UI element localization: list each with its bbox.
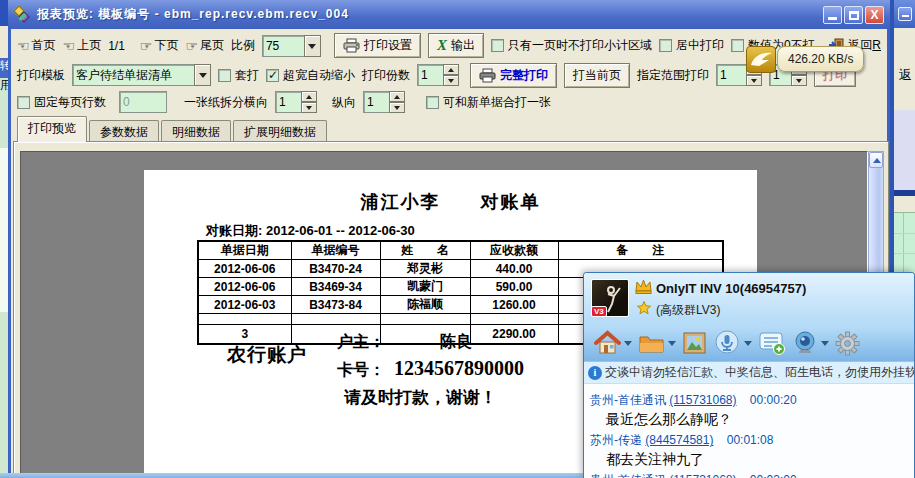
bg-left-text-fragment: 转 — [0, 59, 8, 71]
group-title: OnlyIT INV 10(46954757) — [656, 281, 806, 296]
full-print-button[interactable]: 完整打印 — [470, 63, 557, 88]
checkbox-fixed-rows[interactable]: 固定每页行数 — [17, 94, 106, 111]
close-button[interactable]: X — [865, 6, 884, 24]
message-header: 贵州-首佳通讯 (115731068) 00:00:20 — [590, 392, 915, 409]
range-from-down-button[interactable] — [746, 75, 762, 86]
table-cell: 440.00 — [470, 260, 558, 278]
group-avatar[interactable]: V3 — [591, 279, 629, 317]
print-settings-button[interactable]: 打印设置 — [334, 33, 421, 58]
checkbox-icon[interactable] — [731, 39, 744, 52]
chevron-down-icon — [199, 73, 207, 78]
microphone-icon — [713, 330, 741, 356]
home-button[interactable] — [594, 330, 632, 356]
bg-left-text-fragment2: 用 — [0, 79, 8, 91]
split-vertical-label: 纵向 — [332, 94, 356, 111]
column-header: 姓 名 — [380, 241, 470, 260]
qq-message-list[interactable]: 贵州-首佳通讯 (115731068) 00:00:20 最近怎么那么静呢？ 苏… — [584, 385, 915, 478]
table-cell: 2012-06-06 — [198, 278, 291, 296]
qq-titlebar[interactable]: V3 OnlyIT INV 10(46954757) (高级群LV3) — [584, 273, 915, 325]
bg-right-toolbar-fragment: 返 — [894, 28, 915, 110]
statement-date-range: 对账日期: 2012-06-01 -- 2012-06-30 — [206, 222, 415, 240]
checkbox-overlay-print[interactable]: 套打 — [218, 67, 259, 84]
qq-chat-window[interactable]: V3 OnlyIT INV 10(46954757) (高级群LV3) — [583, 272, 915, 478]
template-dropdown-button[interactable] — [194, 64, 211, 86]
tab-extended-detail-data[interactable]: 扩展明细数据 — [233, 120, 327, 142]
checkbox-icon[interactable] — [659, 39, 672, 52]
scale-dropdown-button[interactable] — [304, 35, 321, 57]
fixed-rows-input[interactable] — [119, 91, 167, 113]
scale-label: 比例 — [231, 37, 255, 54]
settings-button[interactable] — [835, 331, 860, 356]
sender-name: 苏州-传递 — [590, 433, 642, 447]
scroll-up-button[interactable] — [869, 152, 883, 168]
checkbox-center-print[interactable]: 居中打印 — [659, 37, 724, 54]
split-v-up-button[interactable] — [389, 91, 405, 102]
range-from-input[interactable] — [716, 64, 746, 86]
checkbox-icon[interactable] — [218, 69, 231, 82]
checkbox-icon[interactable] — [17, 96, 30, 109]
split-vertical-stepper[interactable] — [363, 91, 405, 113]
holder-label: 户主： — [337, 332, 385, 353]
template-input[interactable] — [72, 64, 194, 86]
picture-button[interactable] — [682, 331, 707, 355]
split-h-up-button[interactable] — [301, 91, 317, 102]
first-page-button[interactable]: ☜首页 — [17, 37, 56, 54]
message-time: 00:03:00 — [750, 473, 797, 478]
share-folder-button[interactable] — [638, 331, 676, 355]
copies-down-button[interactable] — [443, 75, 459, 86]
message-record-button[interactable] — [758, 330, 786, 356]
minimize-button[interactable] — [823, 6, 842, 24]
tab-parameter-data[interactable]: 参数数据 — [89, 120, 159, 142]
hand-left-icon: ☜ — [63, 38, 76, 54]
split-horizontal-stepper[interactable] — [275, 91, 317, 113]
scale-input[interactable] — [262, 35, 304, 57]
hand-left-icon: ☜ — [17, 38, 30, 54]
checkbox-merge-print[interactable]: 可和新单据合打一张 — [426, 94, 551, 111]
copies-stepper[interactable] — [417, 64, 459, 86]
column-header: 应收款额 — [470, 241, 558, 260]
payment-reminder: 请及时打款，谢谢！ — [344, 386, 497, 409]
bg-left-toolbar-fragment — [0, 26, 8, 58]
bg-back-button-fragment[interactable]: 返 — [899, 66, 912, 84]
voice-button[interactable] — [713, 330, 752, 356]
split-v-down-button[interactable] — [389, 102, 405, 113]
bg-minimize-button[interactable] — [898, 7, 912, 21]
export-button[interactable]: X 输出 — [428, 33, 484, 58]
copies-up-button[interactable] — [443, 64, 459, 75]
message-header: 苏州-传递 (844574581) 00:01:08 — [590, 432, 915, 449]
last-page-button[interactable]: ☞尾页 — [185, 37, 224, 54]
checkbox-auto-shrink[interactable]: 超宽自动缩小 — [266, 67, 355, 84]
chat-history-icon — [758, 330, 786, 356]
checkbox-icon[interactable] — [491, 39, 504, 52]
prev-page-button[interactable]: ☜上页 — [63, 37, 102, 54]
tab-print-preview[interactable]: 打印预览 — [17, 116, 87, 142]
sender-account-link[interactable]: (844574581) — [645, 433, 713, 447]
sender-name: 贵州-首佳通讯 — [590, 393, 666, 407]
bg-left-green-fragment2 — [0, 312, 8, 478]
sender-account-link[interactable]: (115731068) — [669, 393, 736, 407]
network-speed-widget[interactable]: 426.20 KB/s — [746, 46, 864, 73]
checkbox-checked-icon[interactable] — [266, 69, 279, 82]
copies-input[interactable] — [417, 64, 443, 86]
split-horizontal-input[interactable] — [275, 91, 301, 113]
split-horizontal-label: 一张纸拆分横向 — [184, 94, 268, 111]
folder-icon — [638, 331, 665, 355]
titlebar[interactable]: 报表预览: 模板编号 - ebm_rep.recv.ebm.recv_004 X — [8, 0, 890, 29]
template-combobox[interactable] — [72, 64, 211, 86]
next-page-button[interactable]: ☞下页 — [140, 37, 179, 54]
maximize-button[interactable] — [844, 6, 863, 24]
tab-detail-data[interactable]: 明细数据 — [161, 120, 231, 142]
speed-dove-icon[interactable] — [746, 46, 776, 73]
print-current-page-button[interactable]: 打当前页 — [564, 63, 630, 88]
checkbox-icon[interactable] — [426, 96, 439, 109]
split-h-down-button[interactable] — [301, 102, 317, 113]
split-vertical-input[interactable] — [363, 91, 389, 113]
table-cell: 郑灵彬 — [380, 260, 470, 278]
video-button[interactable] — [792, 330, 829, 356]
checkbox-skip-subtotal[interactable]: 只有一页时不打印小计区域 — [491, 37, 652, 54]
card-number: 1234567890000 — [394, 357, 524, 380]
scale-combobox[interactable] — [262, 35, 321, 57]
range-to-down-button[interactable] — [791, 75, 807, 86]
picture-icon — [682, 331, 707, 355]
sender-account-link[interactable]: (115731068) — [669, 473, 736, 478]
